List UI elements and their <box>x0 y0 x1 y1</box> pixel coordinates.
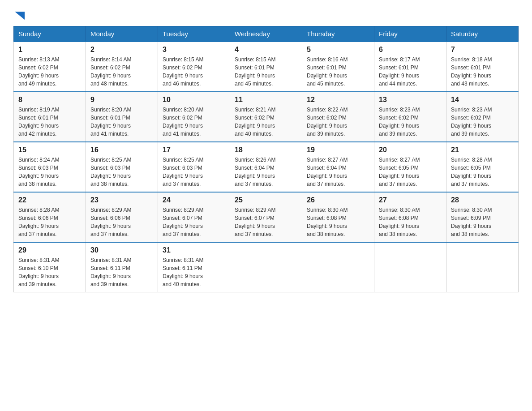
day-number: 12 <box>307 96 369 104</box>
header-monday: Monday <box>86 26 158 42</box>
week-row-3: 15Sunrise: 8:24 AMSunset: 6:03 PMDayligh… <box>14 142 519 192</box>
day-number: 10 <box>163 96 225 104</box>
calendar-cell <box>230 242 302 292</box>
day-number: 11 <box>235 96 297 104</box>
calendar-cell: 3Sunrise: 8:15 AMSunset: 6:02 PMDaylight… <box>158 42 230 92</box>
day-number: 8 <box>18 96 81 104</box>
day-number: 5 <box>307 46 369 54</box>
day-number: 31 <box>163 246 225 254</box>
calendar-cell <box>302 242 374 292</box>
calendar-table: SundayMondayTuesdayWednesdayThursdayFrid… <box>13 26 519 292</box>
day-info: Sunrise: 8:15 AMSunset: 6:02 PMDaylight:… <box>163 56 225 88</box>
day-number: 3 <box>163 46 225 54</box>
calendar-cell: 26Sunrise: 8:30 AMSunset: 6:08 PMDayligh… <box>302 192 374 242</box>
header-thursday: Thursday <box>302 26 374 42</box>
calendar-cell: 30Sunrise: 8:31 AMSunset: 6:11 PMDayligh… <box>86 242 158 292</box>
week-row-2: 8Sunrise: 8:19 AMSunset: 6:01 PMDaylight… <box>14 92 519 142</box>
header-tuesday: Tuesday <box>158 26 230 42</box>
day-number: 30 <box>90 246 153 254</box>
calendar-cell: 2Sunrise: 8:14 AMSunset: 6:02 PMDaylight… <box>86 42 158 92</box>
calendar-cell: 4Sunrise: 8:15 AMSunset: 6:01 PMDaylight… <box>230 42 302 92</box>
day-number: 4 <box>235 46 297 54</box>
svg-marker-0 <box>15 12 25 20</box>
calendar-cell: 20Sunrise: 8:27 AMSunset: 6:05 PMDayligh… <box>374 142 446 192</box>
calendar-cell: 1Sunrise: 8:13 AMSunset: 6:02 PMDaylight… <box>14 42 86 92</box>
week-row-1: 1Sunrise: 8:13 AMSunset: 6:02 PMDaylight… <box>14 42 519 92</box>
calendar-cell: 24Sunrise: 8:29 AMSunset: 6:07 PMDayligh… <box>158 192 230 242</box>
day-info: Sunrise: 8:30 AMSunset: 6:08 PMDaylight:… <box>307 206 369 238</box>
header-wednesday: Wednesday <box>230 26 302 42</box>
day-number: 26 <box>307 196 369 204</box>
calendar-cell: 16Sunrise: 8:25 AMSunset: 6:03 PMDayligh… <box>86 142 158 192</box>
header-sunday: Sunday <box>14 26 86 42</box>
day-number: 22 <box>18 196 81 204</box>
day-number: 25 <box>235 196 297 204</box>
day-number: 18 <box>235 146 297 154</box>
day-number: 15 <box>18 146 81 154</box>
day-info: Sunrise: 8:15 AMSunset: 6:01 PMDaylight:… <box>235 56 297 88</box>
day-info: Sunrise: 8:31 AMSunset: 6:10 PMDaylight:… <box>18 256 81 288</box>
day-number: 29 <box>18 246 81 254</box>
calendar-cell: 10Sunrise: 8:20 AMSunset: 6:02 PMDayligh… <box>158 92 230 142</box>
day-number: 1 <box>18 46 81 54</box>
day-number: 24 <box>163 196 225 204</box>
day-number: 20 <box>379 146 442 154</box>
header-friday: Friday <box>374 26 446 42</box>
day-number: 9 <box>90 96 153 104</box>
day-info: Sunrise: 8:28 AMSunset: 6:05 PMDaylight:… <box>451 156 514 188</box>
day-number: 28 <box>451 196 514 204</box>
calendar-cell: 7Sunrise: 8:18 AMSunset: 6:01 PMDaylight… <box>446 42 519 92</box>
calendar-cell: 21Sunrise: 8:28 AMSunset: 6:05 PMDayligh… <box>446 142 519 192</box>
calendar-cell: 12Sunrise: 8:22 AMSunset: 6:02 PMDayligh… <box>302 92 374 142</box>
logo <box>13 9 25 18</box>
calendar-cell: 23Sunrise: 8:29 AMSunset: 6:06 PMDayligh… <box>86 192 158 242</box>
calendar-cell: 9Sunrise: 8:20 AMSunset: 6:01 PMDaylight… <box>86 92 158 142</box>
calendar-cell: 13Sunrise: 8:23 AMSunset: 6:02 PMDayligh… <box>374 92 446 142</box>
calendar-cell: 25Sunrise: 8:29 AMSunset: 6:07 PMDayligh… <box>230 192 302 242</box>
day-info: Sunrise: 8:27 AMSunset: 6:05 PMDaylight:… <box>379 156 442 188</box>
logo-triangle-icon <box>15 12 25 20</box>
day-number: 17 <box>163 146 225 154</box>
day-info: Sunrise: 8:29 AMSunset: 6:07 PMDaylight:… <box>235 206 297 238</box>
header <box>13 9 519 18</box>
header-saturday: Saturday <box>446 26 519 42</box>
calendar-cell: 22Sunrise: 8:28 AMSunset: 6:06 PMDayligh… <box>14 192 86 242</box>
calendar-header-row: SundayMondayTuesdayWednesdayThursdayFrid… <box>14 26 519 42</box>
day-info: Sunrise: 8:23 AMSunset: 6:02 PMDaylight:… <box>379 106 442 138</box>
day-number: 16 <box>90 146 153 154</box>
day-info: Sunrise: 8:13 AMSunset: 6:02 PMDaylight:… <box>18 56 81 88</box>
day-number: 13 <box>379 96 442 104</box>
day-info: Sunrise: 8:28 AMSunset: 6:06 PMDaylight:… <box>18 206 81 238</box>
day-info: Sunrise: 8:24 AMSunset: 6:03 PMDaylight:… <box>18 156 81 188</box>
day-info: Sunrise: 8:16 AMSunset: 6:01 PMDaylight:… <box>307 56 369 88</box>
day-number: 19 <box>307 146 369 154</box>
day-info: Sunrise: 8:31 AMSunset: 6:11 PMDaylight:… <box>163 256 225 288</box>
week-row-5: 29Sunrise: 8:31 AMSunset: 6:10 PMDayligh… <box>14 242 519 292</box>
day-info: Sunrise: 8:30 AMSunset: 6:09 PMDaylight:… <box>451 206 514 238</box>
day-info: Sunrise: 8:19 AMSunset: 6:01 PMDaylight:… <box>18 106 81 138</box>
week-row-4: 22Sunrise: 8:28 AMSunset: 6:06 PMDayligh… <box>14 192 519 242</box>
calendar-cell: 28Sunrise: 8:30 AMSunset: 6:09 PMDayligh… <box>446 192 519 242</box>
calendar-cell: 17Sunrise: 8:25 AMSunset: 6:03 PMDayligh… <box>158 142 230 192</box>
day-info: Sunrise: 8:20 AMSunset: 6:01 PMDaylight:… <box>90 106 153 138</box>
day-number: 6 <box>379 46 442 54</box>
day-info: Sunrise: 8:31 AMSunset: 6:11 PMDaylight:… <box>90 256 153 288</box>
calendar-cell: 27Sunrise: 8:30 AMSunset: 6:08 PMDayligh… <box>374 192 446 242</box>
day-number: 27 <box>379 196 442 204</box>
calendar-cell: 6Sunrise: 8:17 AMSunset: 6:01 PMDaylight… <box>374 42 446 92</box>
calendar-cell <box>446 242 519 292</box>
calendar-cell: 19Sunrise: 8:27 AMSunset: 6:04 PMDayligh… <box>302 142 374 192</box>
day-info: Sunrise: 8:26 AMSunset: 6:04 PMDaylight:… <box>235 156 297 188</box>
calendar-cell: 18Sunrise: 8:26 AMSunset: 6:04 PMDayligh… <box>230 142 302 192</box>
day-info: Sunrise: 8:30 AMSunset: 6:08 PMDaylight:… <box>379 206 442 238</box>
calendar-cell: 14Sunrise: 8:23 AMSunset: 6:02 PMDayligh… <box>446 92 519 142</box>
day-number: 21 <box>451 146 514 154</box>
day-number: 2 <box>90 46 153 54</box>
calendar-cell: 29Sunrise: 8:31 AMSunset: 6:10 PMDayligh… <box>14 242 86 292</box>
day-info: Sunrise: 8:18 AMSunset: 6:01 PMDaylight:… <box>451 56 514 88</box>
day-info: Sunrise: 8:25 AMSunset: 6:03 PMDaylight:… <box>163 156 225 188</box>
day-info: Sunrise: 8:27 AMSunset: 6:04 PMDaylight:… <box>307 156 369 188</box>
calendar-cell: 15Sunrise: 8:24 AMSunset: 6:03 PMDayligh… <box>14 142 86 192</box>
calendar-cell: 11Sunrise: 8:21 AMSunset: 6:02 PMDayligh… <box>230 92 302 142</box>
day-number: 7 <box>451 46 514 54</box>
